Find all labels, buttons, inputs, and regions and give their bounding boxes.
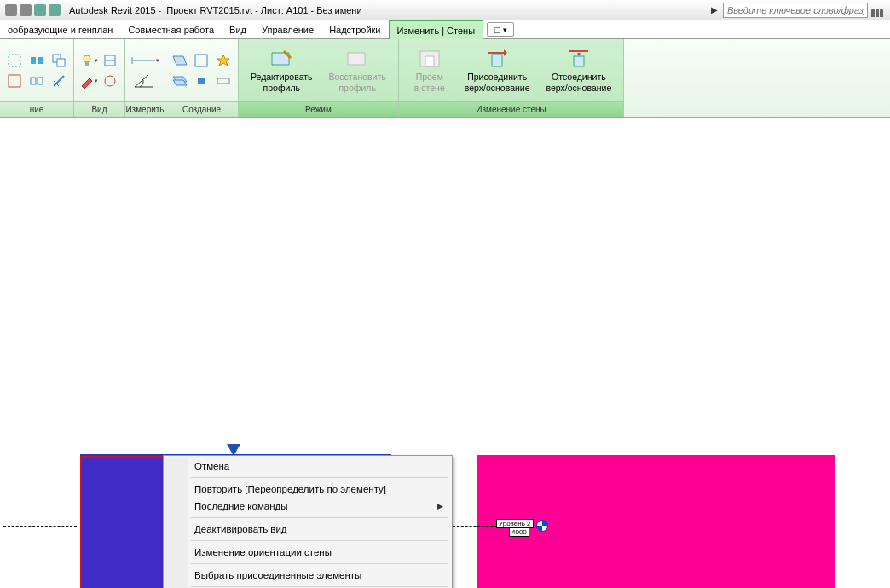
svg-rect-18	[195, 55, 207, 66]
rib-icon[interactable]	[49, 51, 68, 70]
edit-profile-button[interactable]: Редактировать профиль	[244, 44, 320, 95]
drawing-canvas[interactable]: Уровень 2 4000 Уровень 1 2 Южный 1 : 100…	[0, 119, 890, 588]
brush-icon[interactable]: ▾	[79, 72, 98, 90]
submenu-arrow-icon: ▶	[437, 502, 443, 510]
title-arrow-icon: ▶	[711, 5, 718, 14]
people-icon[interactable]	[871, 3, 887, 17]
level-line	[453, 526, 497, 527]
svg-rect-19	[198, 78, 205, 84]
cm-label: Последние команды	[194, 501, 288, 511]
tab-view[interactable]: Вид	[222, 20, 254, 38]
lightbulb-icon[interactable]: ▾	[79, 51, 98, 70]
svg-rect-2	[31, 57, 36, 64]
star-icon[interactable]	[214, 51, 233, 70]
panel-title: Режим	[239, 101, 398, 117]
angle-icon[interactable]	[130, 72, 159, 90]
title-bar: Autodesk Revit 2015 - Проект RVT2015.rvt…	[0, 0, 890, 20]
svg-point-14	[105, 76, 115, 86]
svg-rect-26	[574, 56, 584, 66]
ribbon-panel-measure: ▾ Измерить	[125, 39, 165, 117]
rib-icon[interactable]	[5, 51, 24, 70]
tab-manage[interactable]: Управление	[254, 20, 321, 38]
cm-deactivate-view[interactable]: Деактивировать вид	[165, 521, 450, 538]
menu-bar: ообразующие и генплан Совместная работа …	[0, 20, 890, 39]
tab-addins[interactable]: Надстройки	[321, 20, 388, 38]
context-menu: Отмена Повторить [Переопределить по элем…	[163, 455, 453, 588]
svg-rect-4	[31, 78, 36, 84]
rib-icon[interactable]	[27, 72, 46, 90]
app-name: Autodesk Revit 2015 -	[69, 5, 161, 15]
tab-collaborate[interactable]: Совместная работа	[120, 20, 222, 38]
stack-icon[interactable]	[170, 72, 189, 90]
panel-title: ние	[0, 101, 73, 117]
cm-wall-orientation[interactable]: Изменение ориентации стены	[165, 544, 450, 561]
dimension-icon[interactable]: ▾	[130, 51, 159, 70]
level-2-value[interactable]: 4000	[509, 527, 529, 537]
ribbon-panel-wall-change: Проем в стене Присоединить верх/основани…	[399, 39, 624, 117]
redo-icon[interactable]	[49, 4, 61, 16]
svg-rect-7	[57, 59, 65, 66]
svg-rect-21	[217, 78, 229, 84]
panel-title: Вид	[74, 101, 124, 117]
svg-rect-0	[9, 55, 20, 66]
svg-rect-3	[38, 57, 43, 64]
ribbon-panel-mode: Редактировать профиль Восстановить профи…	[239, 39, 399, 117]
level-marker-icon[interactable]	[536, 520, 548, 532]
btn-label: Отсоединить верх/основание	[546, 72, 612, 92]
ribbon: ние ▾ ▾ Вид ▾ Измерить	[0, 39, 890, 118]
parallel-icon[interactable]	[170, 51, 189, 70]
btn-label: Редактировать профиль	[251, 72, 313, 92]
rib-icon[interactable]	[192, 72, 211, 90]
undo-icon[interactable]	[34, 4, 46, 16]
btn-label: Восстановить профиль	[329, 72, 386, 92]
wall-opening-button: Проем в стене	[404, 44, 455, 95]
svg-rect-1	[9, 75, 20, 87]
svg-rect-5	[38, 78, 43, 84]
ribbon-panel-create2: Создание	[165, 39, 239, 117]
qat-icon[interactable]	[20, 4, 32, 16]
panel-title: Измерить	[125, 101, 165, 117]
ribbon-toggle[interactable]: ▢ ▾	[487, 22, 514, 37]
detach-icon	[566, 48, 592, 70]
rib-icon[interactable]	[214, 72, 233, 90]
panel-title: Создание	[165, 101, 238, 117]
rib-icon[interactable]	[192, 51, 211, 70]
level-line	[3, 526, 77, 527]
attach-icon	[484, 48, 510, 70]
wall-opening-icon	[417, 48, 442, 70]
qat-icon[interactable]	[5, 4, 17, 16]
cm-cancel[interactable]: Отмена	[165, 458, 450, 475]
cm-select-joined[interactable]: Выбрать присоединенные элементы	[165, 567, 450, 584]
tab-massing[interactable]: ообразующие и генплан	[0, 20, 120, 38]
svg-line-8	[54, 76, 64, 86]
cm-recent-commands[interactable]: Последние команды▶	[165, 498, 450, 515]
ribbon-panel-view: ▾ ▾ Вид	[74, 39, 125, 117]
rib-icon[interactable]	[101, 72, 119, 90]
svg-marker-20	[217, 55, 229, 66]
detach-topbase-button[interactable]: Отсоединить верх/основание	[540, 44, 619, 95]
cm-repeat[interactable]: Повторить [Переопределить по элементу]	[165, 481, 450, 498]
search-input[interactable]	[723, 3, 868, 18]
edit-profile-icon	[269, 48, 294, 70]
reset-profile-icon	[344, 48, 370, 70]
rib-icon[interactable]	[49, 72, 68, 90]
reset-profile-button: Восстановить профиль	[322, 44, 393, 95]
panel-title: Изменение стены	[399, 101, 623, 117]
rib-icon[interactable]	[27, 51, 46, 70]
tab-modify-walls[interactable]: Изменить | Стены	[389, 20, 484, 39]
svg-rect-24	[492, 55, 502, 66]
btn-label: Присоединить верх/основание	[465, 72, 530, 92]
svg-rect-11	[85, 62, 89, 66]
rib-icon[interactable]	[101, 51, 119, 70]
rib-icon[interactable]	[5, 72, 24, 90]
svg-point-10	[84, 55, 90, 62]
doc-name: Проект RVT2015.rvt - Лист: A101 - Без им…	[166, 5, 361, 15]
attach-topbase-button[interactable]: Присоединить верх/основание	[458, 44, 537, 95]
svg-rect-23	[425, 56, 434, 66]
ribbon-panel-create: ние	[0, 39, 74, 117]
btn-label: Проем в стене	[414, 72, 445, 92]
